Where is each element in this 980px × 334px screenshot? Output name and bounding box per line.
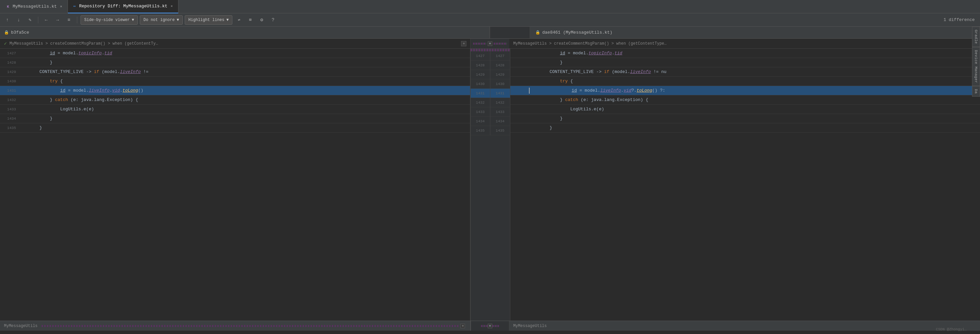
separator-2 (77, 17, 77, 23)
diff-pane-right[interactable]: id = model.topicInfo.tid } CONTENT_TYPE_… (510, 49, 980, 321)
forward-button[interactable]: → (53, 15, 62, 25)
table-row: 1433 LogUtils.e(e) (0, 105, 470, 114)
settings-button[interactable]: ⚙ (257, 15, 266, 25)
bottom-left: MyMessageUtils ⊕ (0, 321, 471, 331)
table-row: id = model.liveInfo.vid?.toLong() ?: (510, 86, 980, 95)
table-row: 1428 } (0, 58, 470, 67)
settings-icon: ⚙ (260, 17, 263, 23)
table-row: } catch (e: java.lang.Exception) { (510, 95, 980, 105)
breadcrumb-left: ✓ MyMessageUtils > createCommentMsgParam… (0, 39, 471, 48)
viewer-label: Side-by-side viewer (84, 18, 130, 22)
bottom-handle-center[interactable]: ⊕ (488, 324, 492, 328)
ignore-label: Do not ignore (143, 18, 175, 22)
breadcrumb-drag-left: ⊕ (461, 41, 466, 46)
table-row: } (510, 123, 980, 133)
bottom-left-label: MyMessageUtils (4, 324, 38, 328)
bottom-bar: MyMessageUtils ⊕ ⊕ MyMessageUtils (0, 321, 980, 331)
side-tab-gradle[interactable]: Gradle (972, 27, 980, 47)
breadcrumb-right-text: MyMessageUtils > createCommentMsgParam()… (513, 42, 667, 46)
table-row: 1435 } (0, 123, 470, 133)
align-button[interactable]: ⇌ (234, 15, 243, 25)
table-row: } (510, 58, 980, 67)
center-line-1434: 1434 1434 (471, 117, 510, 126)
center-line-1435: 1435 1435 (471, 126, 510, 135)
center-line-numbers: 1427 1427 1428 1428 1429 1429 1430 1430 … (470, 49, 510, 321)
tab-label-active: Repository Diff: MyMessageUtils.kt (79, 4, 167, 9)
kt-file-icon: K (5, 4, 11, 10)
bottom-right: MyMessageUtils (509, 321, 980, 331)
version-right: 🔒 dae8461 (MyMessageUtils.kt) (530, 27, 616, 38)
tab-repository-diff[interactable]: ⇔ Repository Diff: MyMessageUtils.kt × (68, 0, 178, 13)
highlight-chevron: ▼ (226, 18, 229, 22)
center-line-1428: 1428 1428 (471, 61, 510, 70)
version-left: 🔒 b3fa5ce (0, 27, 490, 38)
bottom-handle-left[interactable]: ⊕ (460, 324, 465, 328)
center-handle[interactable]: ⊕ (488, 42, 492, 46)
table-row: 1430 try { (0, 77, 470, 86)
table-row: 1429 CONTENT_TYPE_LIVE -> if (model.live… (0, 67, 470, 77)
center-line-1427: 1427 1427 (471, 51, 510, 61)
tab-label: MyMessageUtils.kt (13, 4, 57, 9)
viewer-chevron: ▼ (132, 18, 134, 22)
table-row: try { (510, 77, 980, 86)
toolbar: ↑ ↓ ✎ ← → ≡ Side-by-side viewer ▼ Do not… (0, 13, 980, 27)
ignore-chevron: ▼ (177, 18, 179, 22)
table-row: 1434 } (0, 114, 470, 123)
table-row: 1432 } catch (e: java.lang.Exception) { (0, 95, 470, 105)
version-right-label: dae8461 (MyMessageUtils.kt) (542, 30, 612, 35)
version-left-label: b3fa5ce (11, 30, 29, 35)
help-icon: ? (272, 18, 274, 23)
breadcrumb-bar: ✓ MyMessageUtils > createCommentMsgParam… (0, 39, 980, 49)
ignore-dropdown[interactable]: Do not ignore ▼ (140, 15, 183, 25)
table-row: LogUtils.e(e) (510, 105, 980, 114)
lines-button[interactable]: ≡ (64, 15, 73, 25)
help-button[interactable]: ? (268, 15, 278, 25)
watermark: CSDN @Zhongyi… (936, 327, 967, 331)
tab-bar: K MyMessageUtils.kt × ⇔ Repository Diff:… (0, 0, 980, 13)
table-row: } (510, 114, 980, 123)
breadcrumb-right: MyMessageUtils > createCommentMsgParam()… (509, 39, 980, 48)
highlight-dropdown[interactable]: Highlight lines ▼ (185, 15, 232, 25)
lock-icon-right: 🔒 (535, 30, 540, 35)
center-line-1430: 1430 1430 (471, 79, 510, 89)
bottom-right-label: MyMessageUtils (513, 324, 547, 328)
tab-close-2[interactable]: × (169, 4, 174, 9)
diff-content: 1427 id = model.topicInfo.tid 1428 } 142… (0, 49, 980, 321)
version-headers: 🔒 b3fa5ce 🔒 dae8461 (MyMessageUtils.kt) (0, 27, 980, 39)
breadcrumb-left-text: MyMessageUtils > createCommentMsgParam()… (9, 42, 158, 46)
side-tabs: Gradle Device Manager Da (972, 27, 980, 97)
up-button[interactable]: ↑ (3, 15, 12, 25)
viewer-dropdown[interactable]: Side-by-side viewer ▼ (81, 15, 138, 25)
center-line-1429: 1429 1429 (471, 70, 510, 79)
tab-mymessageutils[interactable]: K MyMessageUtils.kt × (2, 0, 68, 13)
highlight-label: Highlight lines (188, 18, 224, 22)
center-line-1431: 1431 1431 (471, 89, 510, 98)
diff-count: 1 difference (943, 18, 975, 22)
table-row: CONTENT_TYPE_LIVE -> if (model.liveInfo … (510, 67, 980, 77)
separator-1 (38, 17, 38, 23)
center-line-1432: 1432 1432 (471, 98, 510, 107)
diff-pane-left[interactable]: 1427 id = model.topicInfo.tid 1428 } 142… (0, 49, 470, 321)
table-row: id = model.topicInfo.tid (510, 49, 980, 58)
back-button[interactable]: ← (41, 15, 51, 25)
tab-close-1[interactable]: × (59, 4, 64, 9)
side-tab-da[interactable]: Da (972, 86, 980, 97)
table-row: 1427 id = model.topicInfo.tid (0, 49, 470, 58)
side-tab-device-manager[interactable]: Device Manager (972, 47, 980, 86)
check-icon: ✓ (4, 41, 7, 46)
edit-button[interactable]: ✎ (25, 15, 35, 25)
down-button[interactable]: ↓ (14, 15, 23, 25)
table-row: 1431 id = model.liveInfo.vid.toLong() (0, 86, 470, 95)
center-line-1433: 1433 1433 (471, 107, 510, 117)
columns-button[interactable]: ⊞ (246, 15, 255, 25)
lock-icon-left: 🔒 (4, 30, 9, 35)
diff-icon: ⇔ (72, 4, 77, 9)
